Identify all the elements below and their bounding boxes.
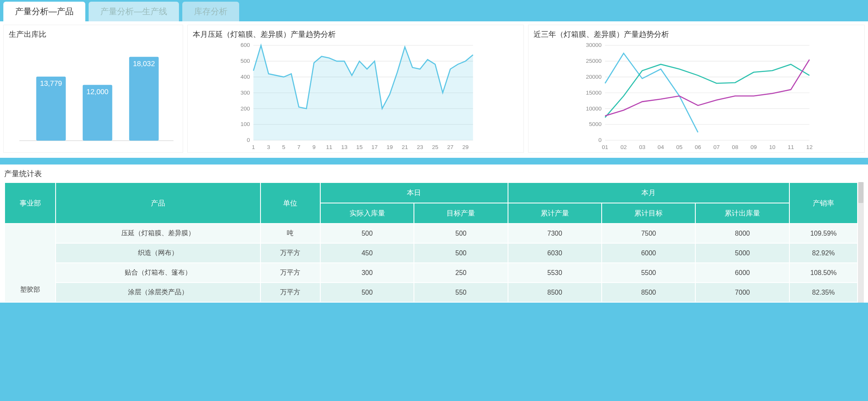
cell-unit: 万平方 — [260, 243, 320, 263]
cell-d: 7500 — [602, 224, 695, 243]
svg-text:3: 3 — [267, 144, 271, 150]
cell-c: 5530 — [508, 263, 602, 283]
cell-d: 6000 — [602, 243, 695, 263]
svg-text:25000: 25000 — [586, 58, 602, 64]
svg-text:18,032: 18,032 — [133, 59, 155, 68]
th-today-target: 目标产量 — [414, 203, 508, 224]
svg-text:23: 23 — [417, 144, 423, 150]
tab-line[interactable]: 产量分析—生产线 — [89, 2, 179, 21]
cell-b: 500 — [414, 224, 508, 243]
cell-a: 500 — [320, 224, 414, 243]
svg-text:30000: 30000 — [586, 42, 602, 48]
svg-text:0: 0 — [598, 137, 602, 143]
cell-product: 贴合（灯箱布、篷布） — [56, 263, 260, 283]
svg-text:11: 11 — [788, 144, 794, 150]
svg-text:12,000: 12,000 — [87, 87, 108, 96]
svg-text:01: 01 — [602, 144, 608, 150]
line2-card: 近三年（灯箱膜、差异膜）产量趋势分析 050001000015000200002… — [528, 25, 865, 153]
bar-title: 生产出库比 — [9, 29, 178, 39]
cell-e: 5000 — [695, 243, 789, 263]
table-row: 贴合（灯箱布、篷布）万平方300250553055006000108.50% — [5, 263, 858, 283]
svg-text:400: 400 — [240, 74, 250, 80]
table-title: 产量统计表 — [4, 169, 864, 179]
table-row: 织造（网布）万平方45050060306000500082.92% — [5, 243, 858, 263]
svg-text:1: 1 — [252, 144, 255, 150]
cell-unit: 万平方 — [260, 283, 320, 302]
cell-a: 450 — [320, 243, 414, 263]
cell-product: 织造（网布） — [56, 243, 260, 263]
scrollbar-thumb[interactable] — [858, 182, 863, 203]
stats-table: 事业部 产品 单位 本日 本月 产销率 实际入库量 目标产量 累计产量 累计目标… — [4, 182, 858, 303]
table-row: 涂层（涂层类产品）万平方50055085008500700082.35% — [5, 283, 858, 302]
cell-b: 550 — [414, 283, 508, 302]
svg-text:25: 25 — [432, 144, 438, 150]
dept-cell: 塑胶部 — [5, 224, 56, 302]
th-dept: 事业部 — [5, 183, 56, 224]
th-month-prod: 累计产量 — [508, 203, 602, 224]
table-body: 塑胶部压延（灯箱膜、差异膜）吨500500730075008000109.59%… — [5, 224, 858, 302]
th-unit: 单位 — [260, 183, 320, 224]
svg-text:0: 0 — [247, 137, 250, 143]
svg-text:13,779: 13,779 — [40, 79, 62, 87]
svg-text:100: 100 — [240, 121, 250, 127]
svg-text:5: 5 — [282, 144, 286, 150]
svg-text:04: 04 — [658, 144, 664, 150]
svg-text:300: 300 — [240, 90, 250, 96]
cell-e: 7000 — [695, 283, 789, 302]
svg-text:17: 17 — [371, 144, 378, 150]
svg-text:20000: 20000 — [586, 74, 602, 80]
cell-e: 8000 — [695, 224, 789, 243]
scrollbar[interactable] — [858, 182, 864, 303]
cell-a: 500 — [320, 283, 414, 302]
tab-bar: 产量分析—产品 产量分析—生产线 库存分析 — [0, 0, 868, 21]
svg-text:07: 07 — [713, 144, 720, 150]
cell-product: 压延（灯箱膜、差异膜） — [56, 224, 260, 243]
th-today-in: 实际入库量 — [320, 203, 414, 224]
line1-card: 本月压延（灯箱膜、差异膜）产量趋势分析 01002003004005006001… — [187, 25, 524, 153]
line1-title: 本月压延（灯箱膜、差异膜）产量趋势分析 — [193, 29, 518, 39]
line2-title: 近三年（灯箱膜、差异膜）产量趋势分析 — [534, 29, 859, 39]
cell-f: 82.92% — [789, 243, 858, 263]
svg-text:15: 15 — [356, 144, 363, 150]
bar-card: 生产出库比 13,77912,00018,032 — [3, 25, 183, 153]
th-month-target: 累计目标 — [602, 203, 695, 224]
tab-product[interactable]: 产量分析—产品 — [3, 2, 85, 21]
svg-text:27: 27 — [447, 144, 453, 150]
cell-c: 8500 — [508, 283, 602, 302]
cell-f: 109.59% — [789, 224, 858, 243]
svg-text:5000: 5000 — [589, 121, 602, 127]
cell-unit: 吨 — [260, 224, 320, 243]
svg-text:11: 11 — [326, 144, 332, 150]
svg-text:09: 09 — [751, 144, 757, 150]
cell-b: 250 — [414, 263, 508, 283]
chart-row: 生产出库比 13,77912,00018,032 本月压延（灯箱膜、差异膜）产量… — [0, 21, 868, 158]
svg-text:06: 06 — [695, 144, 701, 150]
cell-product: 涂层（涂层类产品） — [56, 283, 260, 302]
svg-text:9: 9 — [312, 144, 316, 150]
svg-text:02: 02 — [620, 144, 627, 150]
svg-text:10000: 10000 — [586, 105, 602, 112]
svg-text:600: 600 — [240, 42, 250, 48]
svg-text:29: 29 — [462, 144, 469, 150]
svg-text:7: 7 — [297, 144, 301, 150]
svg-text:21: 21 — [402, 144, 408, 150]
bar-chart: 13,77912,00018,032 — [9, 42, 178, 151]
tab-inventory[interactable]: 库存分析 — [182, 2, 239, 21]
svg-text:200: 200 — [240, 105, 250, 112]
line2-chart: 0500010000150002000025000300000102030405… — [534, 42, 859, 151]
table-section: 产量统计表 事业部 产品 单位 本日 本月 产销率 实际入库量 — [0, 165, 868, 303]
cell-c: 7300 — [508, 224, 602, 243]
cell-c: 6030 — [508, 243, 602, 263]
th-today: 本日 — [320, 183, 508, 203]
th-product: 产品 — [56, 183, 260, 224]
svg-text:12: 12 — [806, 144, 812, 150]
svg-text:19: 19 — [387, 144, 393, 150]
cell-d: 8500 — [602, 283, 695, 302]
cell-f: 108.50% — [789, 263, 858, 283]
cell-b: 500 — [414, 243, 508, 263]
svg-text:03: 03 — [639, 144, 645, 150]
cell-f: 82.35% — [789, 283, 858, 302]
svg-text:05: 05 — [676, 144, 682, 150]
line1-chart: 0100200300400500600135791113151719212325… — [193, 42, 518, 151]
th-month-out: 累计出库量 — [695, 203, 789, 224]
